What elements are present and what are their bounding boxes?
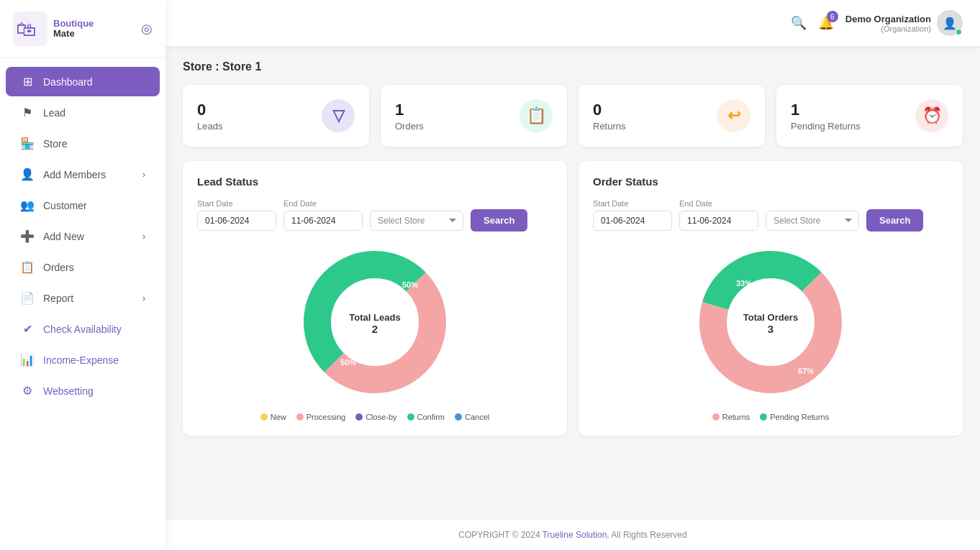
add-new-icon: ➕ (20, 229, 35, 243)
lead-search-button[interactable]: Search (471, 209, 527, 232)
stat-num-orders: 1 (395, 101, 424, 119)
lead-end-date-label: End Date (283, 199, 363, 208)
notification-bell[interactable]: 🔔 6 (818, 15, 834, 31)
svg-text:50%: 50% (402, 280, 418, 289)
order-end-date-label: End Date (679, 199, 758, 208)
svg-text:🛍: 🛍 (16, 18, 36, 40)
sidebar-label-lead: Lead (43, 107, 65, 119)
stat-info-returns: 0Returns (593, 101, 626, 132)
stat-label-orders: Orders (395, 121, 424, 132)
legend-new-dot (260, 413, 268, 421)
sidebar-item-websetting[interactable]: ⚙Websetting (6, 376, 160, 405)
main-content: 🔍 🔔 6 Demo Organization (Organization) 👤… (165, 0, 980, 550)
legend-confirm-dot (407, 413, 414, 421)
search-icon[interactable]: 🔍 (791, 15, 807, 31)
stat-card-pending-returns: 1Pending Returns⏰ (776, 85, 963, 147)
legend-processing: Processing (296, 413, 345, 421)
order-donut-chart: 67% 33% Total Orders 3 Returns (593, 243, 948, 421)
legend-processing-dot (296, 413, 304, 421)
logo-icon: 🛍 (13, 12, 47, 46)
legend-pending-returns: Pending Returns (760, 413, 829, 421)
add-new-arrow-icon: › (142, 232, 145, 242)
stat-num-returns: 0 (593, 101, 626, 119)
lead-store-select[interactable]: Select Store (370, 211, 463, 231)
order-store-select[interactable]: Select Store (766, 211, 859, 231)
legend-pending-returns-label: Pending Returns (770, 413, 829, 421)
sidebar-label-dashboard: Dashboard (43, 76, 93, 88)
sidebar: 🛍 Boutique Mate ◎ ⊞Dashboard⚑Lead🏪Store👤… (0, 0, 165, 550)
sidebar-item-add-members[interactable]: 👤Add Members› (6, 160, 160, 189)
avatar: 👤 (937, 10, 963, 36)
legend-cancel-dot (455, 413, 462, 421)
footer-text2: , All Rights Reserved (607, 530, 686, 540)
sidebar-item-store[interactable]: 🏪Store (6, 129, 160, 158)
user-name: Demo Organization (845, 14, 931, 24)
svg-text:67%: 67% (798, 367, 814, 375)
lead-total-label: Total Leads (349, 312, 400, 323)
order-start-date-input[interactable] (593, 211, 672, 231)
order-store-group: Select Store (766, 199, 859, 231)
order-donut-svg-wrap: 67% 33% Total Orders 3 (691, 243, 850, 404)
report-icon: 📄 (20, 291, 35, 305)
stat-num-pending-returns: 1 (791, 101, 861, 119)
sidebar-item-income-expense[interactable]: 📊Income-Expense (6, 345, 160, 375)
lead-legend: New Processing Close-by Confirm (260, 413, 490, 421)
legend-cancel: Cancel (455, 413, 489, 421)
sidebar-label-orders: Orders (43, 262, 74, 273)
stat-info-orders: 1Orders (395, 101, 424, 132)
legend-confirm: Confirm (407, 413, 445, 421)
sidebar-label-check-availability: Check Availability (43, 324, 122, 335)
lead-donut-svg-wrap: 50% 50% Total Leads 2 (296, 243, 454, 404)
store-icon: 🏪 (20, 137, 35, 150)
legend-processing-label: Processing (307, 413, 345, 421)
lead-end-date-group: End Date (283, 199, 363, 231)
sidebar-label-add-new: Add New (43, 231, 84, 242)
user-profile[interactable]: Demo Organization (Organization) 👤 (845, 10, 963, 36)
location-icon: ◎ (141, 21, 153, 37)
sidebar-label-store: Store (43, 138, 67, 150)
legend-confirm-label: Confirm (417, 413, 445, 421)
legend-new: New (260, 413, 286, 421)
legend-pending-returns-dot (760, 413, 767, 421)
stat-card-returns: 0Returns↩ (579, 85, 765, 147)
sidebar-item-check-availability[interactable]: ✔Check Availability (6, 314, 160, 344)
charts-row: Lead Status Start Date End Date Select S… (183, 161, 963, 436)
order-end-date-input[interactable] (679, 211, 758, 231)
lead-status-card: Lead Status Start Date End Date Select S… (183, 161, 567, 436)
page-content: Store : Store 1 0Leads▽1Orders📋0Returns↩… (165, 46, 980, 519)
lead-end-date-input[interactable] (283, 211, 363, 231)
sidebar-navigation: ⊞Dashboard⚑Lead🏪Store👤Add Members›👥Custo… (0, 58, 165, 550)
lead-icon: ⚑ (20, 106, 35, 119)
notification-badge: 6 (827, 11, 838, 22)
header: 🔍 🔔 6 Demo Organization (Organization) 👤 (165, 0, 980, 46)
lead-start-date-label: Start Date (197, 199, 276, 208)
stat-info-pending-returns: 1Pending Returns (791, 101, 861, 132)
svg-text:33%: 33% (736, 279, 752, 288)
sidebar-item-orders[interactable]: 📋Orders (6, 252, 160, 282)
footer: COPYRIGHT © 2024 Trueline Solution, All … (165, 519, 980, 550)
stat-label-leads: Leads (197, 121, 222, 132)
sidebar-item-dashboard[interactable]: ⊞Dashboard (6, 67, 160, 96)
footer-link[interactable]: Trueline Solution (543, 530, 607, 540)
check-availability-icon: ✔ (20, 322, 35, 336)
sidebar-label-customer: Customer (43, 200, 87, 211)
order-status-card: Order Status Start Date End Date Select … (579, 161, 963, 436)
sidebar-item-lead[interactable]: ⚑Lead (6, 98, 160, 127)
add-members-icon: 👤 (20, 168, 35, 181)
lead-donut-center: Total Leads 2 (349, 312, 400, 335)
return-icon: ↩ (717, 99, 750, 132)
order-search-button[interactable]: Search (866, 209, 923, 232)
websetting-icon: ⚙ (20, 384, 35, 398)
stat-label-returns: Returns (593, 121, 626, 132)
orders-icon: 📋 (20, 260, 35, 274)
stats-grid: 0Leads▽1Orders📋0Returns↩1Pending Returns… (183, 85, 963, 147)
lead-status-title: Lead Status (197, 175, 553, 188)
lead-start-date-input[interactable] (197, 211, 276, 231)
sidebar-item-customer[interactable]: 👥Customer (6, 191, 160, 220)
order-start-date-group: Start Date (593, 199, 672, 231)
order-status-title: Order Status (593, 175, 948, 188)
sidebar-item-add-new[interactable]: ➕Add New› (6, 221, 160, 251)
order-legend: Returns Pending Returns (712, 413, 829, 421)
sidebar-item-report[interactable]: 📄Report› (6, 283, 160, 313)
add-members-arrow-icon: › (142, 170, 145, 180)
